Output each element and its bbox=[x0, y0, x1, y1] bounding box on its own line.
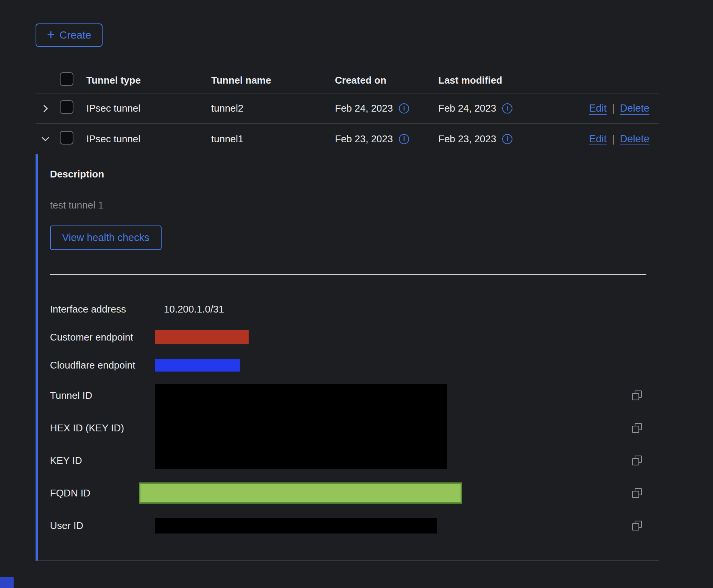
redacted-customer-endpoint bbox=[155, 330, 249, 344]
tunnel-type-cell: IPsec tunnel bbox=[86, 133, 211, 145]
redacted-fqdn-id bbox=[139, 482, 462, 504]
tunnels-page: + Create Tunnel type Tunnel name Created… bbox=[0, 0, 713, 561]
field-user-id: User ID bbox=[50, 509, 659, 542]
field-label: KEY ID bbox=[50, 455, 155, 467]
action-separator: | bbox=[612, 103, 615, 114]
section-divider bbox=[50, 274, 646, 275]
description-value: test tunnel 1 bbox=[50, 199, 659, 211]
row-checkbox[interactable] bbox=[60, 131, 73, 145]
table-header-row: Tunnel type Tunnel name Created on Last … bbox=[36, 68, 659, 93]
field-value: 10.200.1.0/31 bbox=[155, 303, 224, 315]
field-interface-address: Interface address 10.200.1.0/31 bbox=[50, 295, 659, 323]
tunnel-name-cell: tunnel2 bbox=[211, 103, 335, 114]
created-on-cell: Feb 24, 2023 bbox=[335, 103, 393, 114]
tunnel-id-group: Tunnel ID HEX ID (KEY ID) KEY ID bbox=[50, 379, 659, 477]
col-header-last-modified: Last modified bbox=[438, 75, 583, 86]
redacted-cloudflare-endpoint bbox=[155, 359, 240, 372]
plus-icon: + bbox=[47, 28, 55, 42]
field-cloudflare-endpoint: Cloudflare endpoint bbox=[50, 351, 659, 379]
select-all-checkbox[interactable] bbox=[60, 72, 73, 86]
delete-link[interactable]: Delete bbox=[620, 103, 649, 114]
table-row-tunnel1: IPsec tunnel tunnel1 Feb 23, 2023 i Feb … bbox=[36, 124, 659, 154]
copy-icon[interactable] bbox=[632, 521, 642, 530]
copy-icon[interactable] bbox=[632, 423, 642, 433]
field-label: User ID bbox=[50, 520, 155, 532]
chevron-down-icon[interactable] bbox=[40, 134, 51, 144]
redacted-tunnel-ids bbox=[155, 384, 447, 469]
tunnel-name-cell: tunnel1 bbox=[211, 133, 335, 145]
copy-icon[interactable] bbox=[632, 488, 642, 498]
row-checkbox[interactable] bbox=[60, 100, 73, 114]
redacted-user-id bbox=[155, 518, 437, 534]
tunnel-type-cell: IPsec tunnel bbox=[86, 103, 211, 114]
field-customer-endpoint: Customer endpoint bbox=[50, 323, 659, 351]
field-label: Customer endpoint bbox=[50, 331, 155, 343]
info-icon[interactable]: i bbox=[502, 103, 512, 114]
info-icon[interactable]: i bbox=[502, 134, 512, 144]
table-row-tunnel2: IPsec tunnel tunnel2 Feb 24, 2023 i Feb … bbox=[36, 93, 659, 124]
view-health-checks-button[interactable]: View health checks bbox=[50, 226, 162, 250]
last-modified-cell: Feb 23, 2023 bbox=[438, 133, 496, 145]
last-modified-cell: Feb 24, 2023 bbox=[438, 103, 496, 114]
field-fqdn-id: FQDN ID bbox=[50, 477, 659, 509]
bottom-left-blue-fragment bbox=[0, 577, 14, 588]
tunnel-fields: Interface address 10.200.1.0/31 Customer… bbox=[50, 295, 659, 542]
field-label: Cloudflare endpoint bbox=[50, 359, 155, 371]
create-button[interactable]: + Create bbox=[36, 23, 103, 47]
tunnels-table: Tunnel type Tunnel name Created on Last … bbox=[36, 68, 659, 561]
field-label: HEX ID (KEY ID) bbox=[50, 422, 155, 434]
col-header-tunnel-type: Tunnel type bbox=[86, 75, 211, 86]
info-icon[interactable]: i bbox=[399, 103, 409, 114]
edit-link[interactable]: Edit bbox=[589, 133, 607, 145]
created-on-cell: Feb 23, 2023 bbox=[335, 133, 393, 145]
create-button-label: Create bbox=[59, 29, 91, 41]
field-label: Interface address bbox=[50, 303, 155, 315]
copy-icon[interactable] bbox=[632, 456, 642, 465]
action-separator: | bbox=[612, 133, 615, 145]
col-header-created-on: Created on bbox=[335, 75, 438, 86]
copy-icon[interactable] bbox=[632, 390, 642, 400]
edit-link[interactable]: Edit bbox=[589, 103, 607, 114]
col-header-tunnel-name: Tunnel name bbox=[211, 75, 335, 86]
delete-link[interactable]: Delete bbox=[620, 133, 649, 145]
tunnel-details-panel: Description test tunnel 1 View health ch… bbox=[36, 154, 659, 561]
info-icon[interactable]: i bbox=[399, 134, 409, 144]
field-label: Tunnel ID bbox=[50, 390, 155, 401]
description-label: Description bbox=[50, 168, 659, 180]
chevron-right-icon[interactable] bbox=[40, 103, 51, 114]
